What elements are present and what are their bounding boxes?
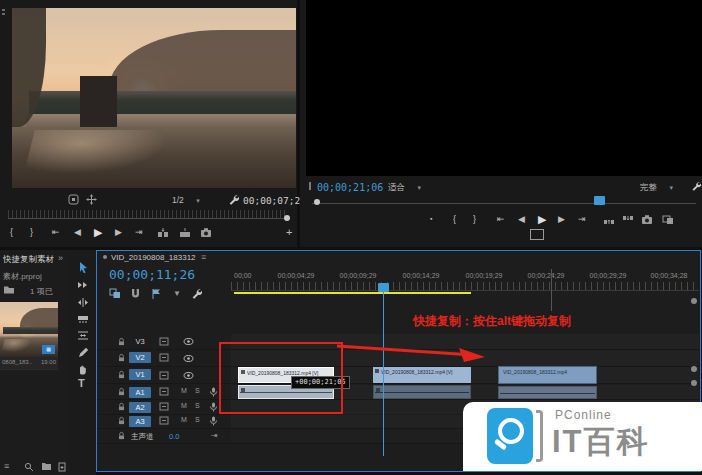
selection-tool-icon[interactable] [78,261,89,274]
snap-magnet-icon[interactable] [130,288,141,299]
panel-menu-icon[interactable]: ≡ [201,252,206,262]
clip-video-copy[interactable]: VID_20190808_183312.mp4 [498,366,597,384]
track-target-v2[interactable]: V2 [129,352,151,363]
mic-icon[interactable] [209,416,218,426]
step-back-button[interactable]: ◀ [518,212,525,226]
fit-sequence-icon[interactable]: ⇥ [211,431,218,440]
pen-tool-icon[interactable] [78,347,89,358]
source-duration-timecode[interactable]: 00;00;07;27 [243,195,306,206]
scrollbar-dot[interactable] [691,298,697,304]
button-editor-add-button[interactable]: + [286,225,292,239]
mute-button[interactable]: M [181,402,187,409]
tab-sequence[interactable]: VID_20190808_183312 [111,253,196,262]
track-target-v3[interactable]: V3 [129,336,151,347]
slip-tool-icon[interactable] [77,330,89,341]
track-target-a2[interactable]: A2 [129,402,151,413]
work-area-bar[interactable] [234,292,471,294]
drag-av-icon[interactable] [86,194,97,205]
track-output-eye-icon[interactable] [183,371,194,380]
lock-icon[interactable] [117,337,126,346]
go-to-in-button[interactable]: ⇤ [52,225,60,239]
master-level-value[interactable]: 0.0 [169,432,179,441]
solo-button[interactable]: S [195,416,200,423]
sync-lock-icon[interactable] [159,402,169,411]
panel-overflow-button[interactable]: » [58,253,63,263]
type-tool-icon[interactable]: T [78,377,85,389]
sync-lock-icon[interactable] [159,387,169,396]
insert-icon[interactable] [157,228,169,238]
track-output-eye-icon[interactable] [183,337,194,346]
play-button[interactable]: ▶ [538,212,546,226]
bin-icon[interactable] [3,285,15,295]
track-target-a1[interactable]: A1 [129,387,151,398]
mark-in-button[interactable]: { [453,212,456,226]
mute-button[interactable]: M [181,416,187,423]
mic-icon[interactable] [209,402,218,412]
go-to-out-button[interactable]: ⇥ [578,212,586,226]
mute-button[interactable]: M [181,387,187,394]
lock-icon[interactable] [117,402,126,411]
mark-out-button[interactable]: } [30,225,33,239]
step-forward-button[interactable]: ▶ [558,212,565,226]
solo-button[interactable]: S [195,387,200,394]
program-position-timecode[interactable]: 00;00;21;06 [317,182,383,193]
settings-icon[interactable] [68,194,79,205]
tab-project[interactable]: 快捷复制素材 [3,254,55,266]
sync-lock-icon[interactable] [159,353,169,362]
linked-selection-icon[interactable] [151,288,162,299]
step-forward-button[interactable]: ▶ [115,225,122,239]
proxy-toggle-icon[interactable] [530,229,544,240]
track-target-v1[interactable]: V1 [129,369,151,380]
program-scrubber[interactable] [312,196,696,206]
clip-audio-copy[interactable] [498,386,597,399]
lock-icon[interactable] [117,431,126,440]
go-to-out-button[interactable]: ⇥ [135,225,143,239]
add-marker-icon[interactable]: ▼ [173,289,181,298]
timeline-settings-wrench-icon[interactable] [191,288,202,299]
solo-button[interactable]: S [195,402,200,409]
play-button[interactable]: ▶ [94,225,102,239]
step-back-button[interactable]: ◀ [74,225,81,239]
extract-icon[interactable] [622,215,634,225]
track-output-eye-icon[interactable] [183,354,194,363]
lock-icon[interactable] [117,387,126,396]
comparison-view-icon[interactable] [662,215,674,225]
ripple-edit-tool-icon[interactable] [77,297,89,308]
add-marker-button[interactable]: ▪ [430,212,432,226]
new-item-icon[interactable] [58,462,67,472]
clip-video-original[interactable]: VID_20190808_183312.mp4 [V] [373,367,471,383]
program-playhead[interactable] [594,196,605,205]
sync-lock-icon[interactable] [159,371,169,380]
scrubber-handle[interactable] [284,215,290,221]
lock-icon[interactable] [117,353,126,362]
wrench-icon[interactable] [228,194,239,205]
wrench-icon[interactable] [691,181,701,191]
timeline-playhead-line[interactable] [383,291,384,456]
hand-tool-icon[interactable] [77,363,89,375]
source-scrubber[interactable] [8,210,288,219]
razor-tool-icon[interactable] [77,314,89,324]
lock-icon[interactable] [117,370,126,379]
sync-lock-icon[interactable] [159,337,169,346]
track-select-tool-icon[interactable] [77,280,89,290]
export-frame-icon[interactable] [200,227,212,238]
nest-toggle-icon[interactable] [109,288,121,299]
sync-lock-icon[interactable] [159,416,169,425]
overwrite-icon[interactable] [179,228,191,238]
mark-in-button[interactable]: { [10,225,13,239]
playback-quality-select[interactable]: 完整 ▾ [640,182,673,194]
timeline-playhead-timecode[interactable]: 00;00;11;26 [109,267,195,282]
zoom-search-icon[interactable] [24,462,34,472]
scrollbar-dot[interactable] [691,380,697,386]
program-fit-select[interactable]: 适合 ▾ [388,182,421,194]
track-target-a3[interactable]: A3 [129,416,151,427]
mark-out-button[interactable]: } [473,212,476,226]
source-zoom-select[interactable]: 1/2 ▾ [172,195,200,205]
export-frame-icon[interactable] [641,214,653,225]
scrollbar-dot[interactable] [691,366,697,372]
project-clip-item[interactable]: ▦ 0808_183.. 19:00 [0,302,58,370]
scrubber-handle[interactable] [314,199,320,205]
go-to-in-button[interactable]: ⇤ [497,212,505,226]
mic-icon[interactable] [209,387,218,397]
lift-icon[interactable] [603,215,615,225]
